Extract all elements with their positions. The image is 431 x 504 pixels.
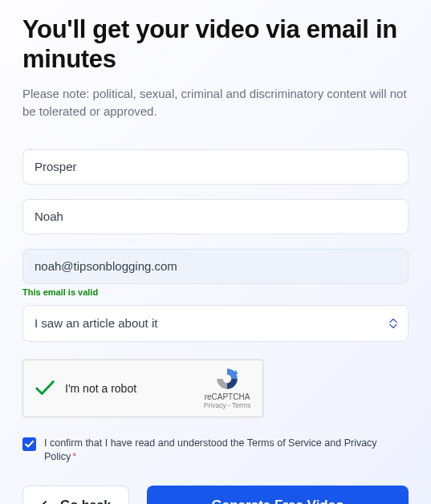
first-name-input[interactable] bbox=[22, 149, 409, 185]
page-title: You'll get your video via email in minut… bbox=[22, 14, 409, 74]
checkmark-icon bbox=[25, 441, 34, 448]
recaptcha-widget[interactable]: I'm not a robot reCAPTCHA Privacy - Term… bbox=[22, 360, 263, 417]
last-name-input[interactable] bbox=[22, 199, 409, 234]
consent-checkbox[interactable] bbox=[22, 437, 36, 451]
generate-video-button[interactable]: Generate Free Video bbox=[147, 486, 409, 504]
consent-text: I confirm that I have read and understoo… bbox=[44, 437, 409, 465]
recaptcha-logo-icon bbox=[215, 367, 239, 391]
source-select-value: I saw an article about it bbox=[35, 316, 157, 330]
source-select[interactable]: I saw an article about it bbox=[22, 305, 409, 342]
email-valid-message: This email is valid bbox=[22, 287, 409, 297]
recaptcha-check-icon bbox=[35, 378, 55, 399]
recaptcha-brand-name: reCAPTCHA bbox=[205, 392, 250, 401]
go-back-label: Go back bbox=[60, 498, 111, 504]
arrow-left-icon bbox=[41, 501, 54, 504]
required-asterisk: * bbox=[72, 451, 76, 462]
select-chevrons-icon bbox=[389, 318, 397, 328]
email-input[interactable] bbox=[22, 249, 409, 284]
tos-link[interactable]: Terms of Service bbox=[247, 437, 322, 449]
recaptcha-brand: reCAPTCHA Privacy - Terms bbox=[201, 367, 253, 409]
go-back-button[interactable]: Go back bbox=[22, 486, 129, 504]
recaptcha-label: I'm not a robot bbox=[65, 382, 201, 395]
disclaimer-text: Please note: political, sexual, criminal… bbox=[22, 85, 409, 120]
recaptcha-brand-links: Privacy - Terms bbox=[204, 401, 250, 409]
